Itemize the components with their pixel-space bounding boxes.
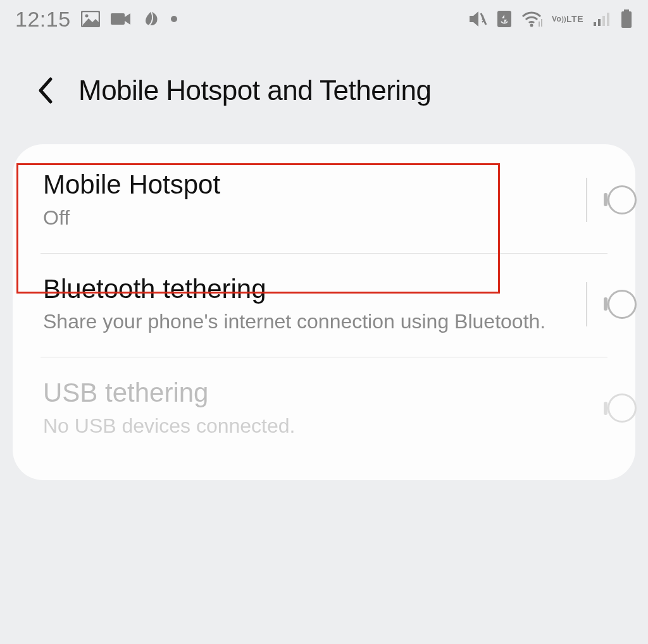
image-icon [81,11,100,27]
volte-icon: Vo)) LTE [552,15,583,23]
back-button[interactable] [30,75,61,106]
status-clock: 12:15 [15,7,71,32]
setting-row-usb-tethering: USB tethering No USB devices connected. [13,357,635,461]
svg-rect-6 [594,22,596,26]
leaf-icon [142,10,161,28]
setting-title: Bluetooth tethering [43,273,568,306]
setting-title: Mobile Hotspot [43,168,568,202]
battery-icon [620,9,633,28]
setting-text: Mobile Hotspot Off [43,168,581,232]
page-header: Mobile Hotspot and Tethering [0,38,648,144]
settings-card: Mobile Hotspot Off Bluetooth tethering S… [13,144,635,480]
setting-row-bluetooth-tethering[interactable]: Bluetooth tethering Share your phone's i… [13,254,635,357]
vertical-divider [586,282,587,326]
signal-icon [592,11,611,27]
setting-text: Bluetooth tethering Share your phone's i… [43,273,581,336]
camera-icon [110,11,132,27]
svg-rect-8 [602,16,605,26]
svg-rect-4 [497,11,511,27]
setting-row-mobile-hotspot[interactable]: Mobile Hotspot Off [13,149,635,253]
mobile-hotspot-toggle[interactable] [604,195,608,204]
svg-rect-2 [111,13,125,25]
bluetooth-tethering-toggle[interactable] [604,299,608,309]
svg-rect-9 [607,13,609,26]
chevron-left-icon [37,77,54,104]
data-saver-icon [496,9,513,28]
svg-point-1 [85,15,88,18]
setting-subtitle: No USB devices connected. [43,412,591,440]
svg-point-5 [530,24,533,27]
setting-title: USB tethering [43,376,591,410]
setting-subtitle: Off [43,204,568,232]
status-bar-left: 12:15 [15,7,177,32]
usb-tethering-toggle [604,404,608,413]
wifi-icon [521,10,543,28]
page-title: Mobile Hotspot and Tethering [78,75,432,106]
setting-text: USB tethering No USB devices connected. [43,376,604,440]
svg-rect-7 [598,19,601,26]
vertical-divider [586,178,587,222]
svg-rect-10 [624,9,629,11]
setting-subtitle: Share your phone's internet connection u… [43,308,568,335]
vibrate-mute-icon [467,9,487,28]
svg-rect-11 [621,11,632,28]
status-bar-right: Vo)) LTE [467,9,633,28]
status-bar: 12:15 Vo)) LTE [0,0,648,38]
dot-icon [171,16,177,22]
